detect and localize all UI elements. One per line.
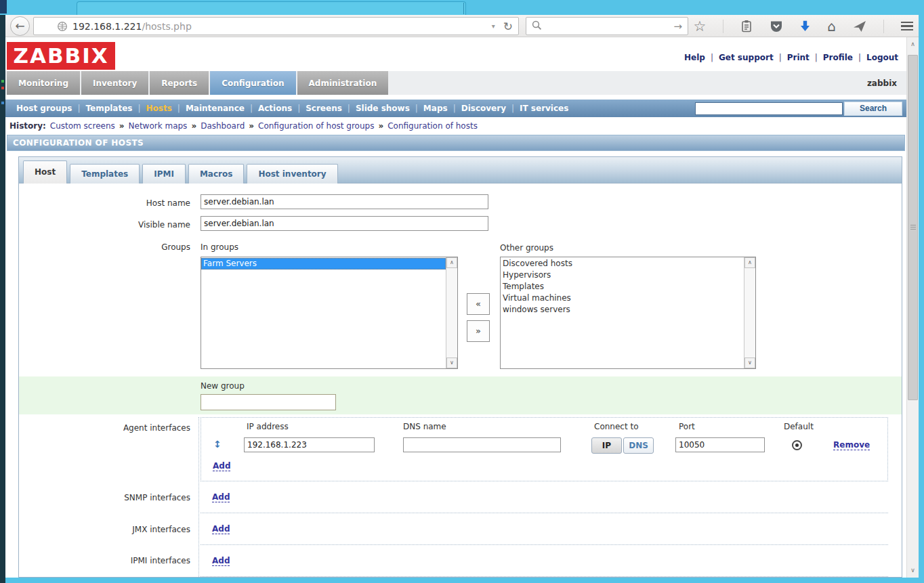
nav-administration[interactable]: Administration xyxy=(297,71,389,95)
subnav-maintenance[interactable]: Maintenance xyxy=(186,104,245,113)
history-config-hosts[interactable]: Configuration of hosts xyxy=(387,121,478,131)
list-item-discovered-hosts[interactable]: Discovered hosts xyxy=(501,258,744,269)
list-item-templates[interactable]: Templates xyxy=(501,281,744,293)
other-groups-listbox[interactable]: Discovered hosts Hypervisors Templates V… xyxy=(500,257,756,369)
subnav-host-groups[interactable]: Host groups xyxy=(16,104,72,113)
tab-templates[interactable]: Templates xyxy=(70,164,140,183)
reload-icon[interactable]: ↻ xyxy=(503,20,513,33)
tab-macros[interactable]: Macros xyxy=(188,164,244,183)
jmx-add-link[interactable]: Add xyxy=(212,524,230,534)
list-item-hypervisors[interactable]: Hypervisors xyxy=(501,269,744,281)
ipmi-add-link[interactable]: Add xyxy=(212,556,230,566)
search-go-icon[interactable]: → xyxy=(673,20,682,33)
download-icon[interactable] xyxy=(800,20,810,32)
host-name-input[interactable] xyxy=(201,194,488,209)
history-custom-screens[interactable]: Custom screens xyxy=(50,121,115,131)
scroll-down-icon[interactable]: ∨ xyxy=(907,565,919,576)
history-dashboard[interactable]: Dashboard xyxy=(201,121,245,131)
zabbix-search-button[interactable]: Search xyxy=(844,102,902,116)
print-link[interactable]: Print xyxy=(787,53,810,62)
logout-link[interactable]: Logout xyxy=(866,53,898,62)
subnav-slide-shows[interactable]: Slide shows xyxy=(356,104,410,113)
in-groups-scrollbar[interactable]: ∧ ∨ xyxy=(446,257,457,368)
zabbix-search-input[interactable] xyxy=(695,102,843,115)
clipboard-icon[interactable] xyxy=(740,20,753,33)
browser-search-input[interactable] xyxy=(546,21,673,31)
visible-name-input[interactable] xyxy=(201,216,488,231)
nav-monitoring[interactable]: Monitoring xyxy=(7,71,80,95)
desktop-speck-red xyxy=(1,87,4,89)
history-breadcrumb: History: Custom screens » Network maps »… xyxy=(5,117,906,135)
url-dropdown-icon[interactable]: ▾ xyxy=(492,22,495,30)
screen: ← 192.168.1.221/hosts.php ▾ ↻ → ☆ xyxy=(0,0,924,583)
scroll-up-icon[interactable]: ∧ xyxy=(907,39,919,50)
other-groups-scrollbar[interactable]: ∧ ∨ xyxy=(744,257,755,368)
home-icon[interactable]: ⌂ xyxy=(827,18,836,35)
browser-scrollbar[interactable]: ∧ ∨ xyxy=(906,37,919,578)
nav-configuration[interactable]: Configuration xyxy=(210,71,295,95)
subnav-separator: | xyxy=(511,104,514,113)
agent-ip-input[interactable] xyxy=(244,437,375,452)
host-form: Host name Visible name Groups In groups … xyxy=(18,183,902,578)
subnav-discovery[interactable]: Discovery xyxy=(461,104,506,113)
chevron-down-icon[interactable]: ∨ xyxy=(446,358,457,368)
drag-handle-icon[interactable]: ↕ xyxy=(213,439,222,450)
subnav-actions[interactable]: Actions xyxy=(258,104,292,113)
chevron-down-icon[interactable]: ∨ xyxy=(744,358,755,368)
connect-ip-button[interactable]: IP xyxy=(591,437,622,454)
pocket-icon[interactable] xyxy=(770,20,783,33)
desktop-speck-blue xyxy=(1,102,4,104)
agent-add-link[interactable]: Add xyxy=(213,461,230,471)
menu-hamburger-icon[interactable] xyxy=(901,22,913,31)
connect-dns-button[interactable]: DNS xyxy=(623,437,654,454)
get-support-link[interactable]: Get support xyxy=(719,53,774,62)
snmp-add-link[interactable]: Add xyxy=(212,492,230,502)
chevron-up-icon[interactable]: ∧ xyxy=(446,257,457,268)
move-left-button[interactable]: « xyxy=(467,293,490,315)
list-item-windows-servers[interactable]: windows servers xyxy=(501,304,744,316)
top-link-separator: | xyxy=(858,53,861,62)
new-group-label: New group xyxy=(201,381,245,391)
browser-search-bar[interactable]: → xyxy=(526,17,688,35)
tab-host[interactable]: Host xyxy=(23,160,67,183)
back-button[interactable]: ← xyxy=(10,16,30,36)
move-right-button[interactable]: » xyxy=(467,320,490,342)
subnav-screens[interactable]: Screens xyxy=(306,104,342,113)
bookmark-star-icon[interactable]: ☆ xyxy=(693,20,706,33)
history-network-maps[interactable]: Network maps xyxy=(129,121,188,131)
url-bar[interactable]: 192.168.1.221/hosts.php ▾ ↻ xyxy=(33,17,519,35)
subnav-hosts[interactable]: Hosts xyxy=(146,104,172,113)
agent-dns-input[interactable] xyxy=(403,437,561,452)
jmx-interfaces-row: Add xyxy=(201,513,888,545)
chevron-up-icon[interactable]: ∧ xyxy=(744,257,755,268)
history-config-host-groups[interactable]: Configuration of host groups xyxy=(258,121,374,131)
page-title: CONFIGURATION OF HOSTS xyxy=(7,135,905,151)
browser-toolbar: ← 192.168.1.221/hosts.php ▾ ↻ → ☆ xyxy=(5,15,919,37)
list-item-virtual-machines[interactable]: Virtual machines xyxy=(501,293,744,304)
help-link[interactable]: Help xyxy=(684,53,705,62)
subnav-maps[interactable]: Maps xyxy=(423,104,448,113)
nav-inventory[interactable]: Inventory xyxy=(81,71,148,95)
toolbar-divider xyxy=(723,20,723,33)
subnav-templates[interactable]: Templates xyxy=(85,104,132,113)
page-viewport: ZABBIX Help | Get support | Print | Prof… xyxy=(5,37,906,578)
groups-label: Groups xyxy=(19,242,190,252)
default-radio-selected[interactable] xyxy=(792,440,802,450)
agent-remove-link[interactable]: Remove xyxy=(833,440,870,450)
url-path: /hosts.php xyxy=(142,21,191,32)
profile-link[interactable]: Profile xyxy=(823,53,853,62)
subnav-separator: | xyxy=(297,104,300,113)
in-groups-listbox[interactable]: Farm Servers ∧ ∨ xyxy=(201,257,458,369)
port-column-label: Port xyxy=(679,422,695,431)
subnav-it-services[interactable]: IT services xyxy=(520,104,568,113)
tab-host-inventory[interactable]: Host inventory xyxy=(247,164,337,183)
browser-tab-shape[interactable] xyxy=(77,1,466,15)
new-group-input[interactable] xyxy=(201,394,336,410)
list-item-farm-servers[interactable]: Farm Servers xyxy=(201,258,446,269)
agent-port-input[interactable] xyxy=(675,437,765,452)
snmp-interfaces-label: SNMP interfaces xyxy=(19,493,190,502)
nav-reports[interactable]: Reports xyxy=(150,71,209,95)
tab-ipmi[interactable]: IPMI xyxy=(142,164,186,183)
send-plane-icon[interactable] xyxy=(853,20,866,33)
scrollbar-thumb[interactable] xyxy=(908,55,918,400)
